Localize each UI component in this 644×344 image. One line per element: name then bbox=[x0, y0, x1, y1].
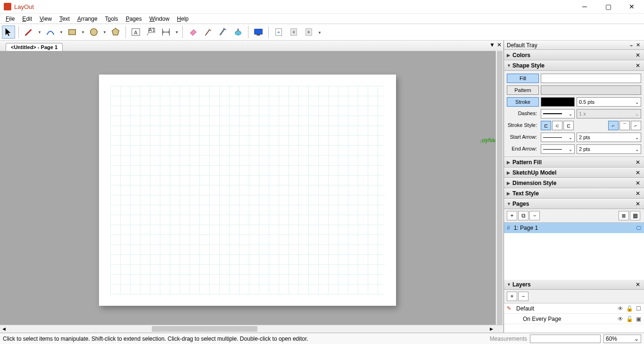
join-bevel-button[interactable]: ⌐ bbox=[631, 121, 641, 130]
dashes-select[interactable] bbox=[541, 109, 575, 118]
visibility-icon[interactable]: 👁 bbox=[618, 316, 623, 322]
add-page-button[interactable]: + bbox=[507, 211, 517, 220]
fill-color-swatch[interactable] bbox=[541, 74, 641, 83]
polygon-tool[interactable] bbox=[109, 25, 122, 39]
cap-round-button[interactable]: ⊂ bbox=[552, 121, 562, 130]
cap-flat-button[interactable]: ⊏ bbox=[541, 121, 551, 130]
canvas[interactable]: ⌂uyhaa-android19 bbox=[0, 51, 495, 325]
remove-layer-button[interactable]: − bbox=[518, 292, 528, 301]
panel-close-icon[interactable]: ✕ bbox=[635, 159, 641, 166]
panel-close-icon[interactable]: ✕ bbox=[635, 201, 641, 207]
line-tool-dropdown[interactable]: ▼ bbox=[37, 25, 42, 39]
eraser-tool[interactable] bbox=[186, 25, 199, 39]
start-arrow-size-select[interactable]: 2 pts bbox=[577, 133, 641, 142]
menu-arrange[interactable]: Arrange bbox=[74, 15, 101, 23]
menu-window[interactable]: Window bbox=[146, 15, 173, 23]
colors-panel-header[interactable]: ▶Colors✕ bbox=[504, 50, 644, 60]
menu-file[interactable]: File bbox=[2, 15, 18, 23]
join-tool[interactable] bbox=[231, 25, 245, 39]
sketchup-model-panel-header[interactable]: ▶SketchUp Model✕ bbox=[504, 168, 644, 178]
rectangle-tool[interactable] bbox=[66, 25, 79, 39]
split-tool[interactable] bbox=[216, 25, 230, 39]
shared-icon[interactable]: ☐ bbox=[636, 305, 641, 312]
label-tool[interactable]: A1 bbox=[144, 25, 157, 39]
layer-row[interactable]: On Every Page 👁 🔓 ▣ bbox=[504, 314, 644, 324]
menu-view[interactable]: View bbox=[36, 15, 56, 23]
arc-tool[interactable] bbox=[44, 25, 57, 39]
circle-tool-dropdown[interactable]: ▼ bbox=[102, 25, 107, 39]
layer-row[interactable]: ✎ Default 👁 🔓 ☐ bbox=[504, 303, 644, 314]
rectangle-tool-dropdown[interactable]: ▼ bbox=[81, 25, 85, 39]
stroke-toggle[interactable]: Stroke bbox=[507, 97, 539, 107]
line-tool[interactable] bbox=[22, 25, 35, 39]
dimension-tool-dropdown[interactable]: ▼ bbox=[174, 25, 179, 39]
prev-page-tool[interactable] bbox=[287, 25, 300, 39]
select-tool[interactable] bbox=[2, 25, 15, 39]
text-style-panel-header[interactable]: ▶Text Style✕ bbox=[504, 188, 644, 199]
join-round-button[interactable]: ⌒ bbox=[619, 121, 630, 130]
grid-view-button[interactable]: ▦ bbox=[630, 211, 640, 220]
list-view-button[interactable]: ≣ bbox=[619, 211, 629, 220]
end-arrow-select[interactable] bbox=[541, 144, 575, 154]
presentation-tool[interactable] bbox=[252, 25, 265, 39]
panel-close-icon[interactable]: ✕ bbox=[635, 190, 641, 197]
tab-dropdown-icon[interactable]: ▼ bbox=[489, 42, 495, 48]
horizontal-scrollbar[interactable]: ◀ ▶ bbox=[0, 325, 504, 333]
pin-icon[interactable]: ⫟ bbox=[628, 42, 635, 48]
svg-point-1 bbox=[91, 29, 98, 36]
remove-page-button[interactable]: − bbox=[529, 211, 540, 220]
vertical-scrollbar[interactable] bbox=[495, 51, 504, 325]
layers-panel-header[interactable]: ▼Layers✕ bbox=[504, 279, 644, 290]
main-toolbar: ▼ ▼ ▼ ▼ A A1 ▼ + ▼ bbox=[0, 24, 644, 41]
cap-square-button[interactable]: ⊏ bbox=[563, 121, 574, 130]
tab-close-icon[interactable]: ✕ bbox=[497, 42, 502, 48]
panel-close-icon[interactable]: ✕ bbox=[635, 180, 641, 186]
add-layer-button[interactable]: + bbox=[507, 292, 517, 301]
arc-tool-dropdown[interactable]: ▼ bbox=[59, 25, 64, 39]
panel-close-icon[interactable]: ✕ bbox=[635, 169, 641, 176]
dimension-tool[interactable] bbox=[159, 25, 173, 39]
style-tool[interactable] bbox=[201, 25, 215, 39]
join-miter-button[interactable]: ⌐ bbox=[608, 121, 619, 130]
stroke-width-select[interactable]: 0.5 pts bbox=[577, 97, 641, 107]
panel-close-icon[interactable]: ✕ bbox=[635, 281, 641, 288]
lock-icon[interactable]: 🔓 bbox=[626, 316, 633, 322]
pattern-fill-panel-header[interactable]: ▶Pattern Fill✕ bbox=[504, 157, 644, 168]
add-page-tool[interactable]: + bbox=[272, 25, 285, 39]
menu-tools[interactable]: Tools bbox=[101, 15, 122, 23]
fill-toggle[interactable]: Fill bbox=[507, 74, 539, 83]
next-page-tool[interactable] bbox=[302, 25, 315, 39]
page-list-item[interactable]: # 1: Page 1 🖵 bbox=[504, 223, 644, 233]
present-page-icon[interactable]: 🖵 bbox=[636, 225, 641, 231]
minimize-button[interactable]: ─ bbox=[578, 2, 591, 11]
lock-icon[interactable]: 🔓 bbox=[626, 305, 633, 312]
duplicate-page-button[interactable]: ⧉ bbox=[518, 211, 528, 220]
menu-help[interactable]: Help bbox=[173, 15, 192, 23]
tray-close-icon[interactable]: ✕ bbox=[635, 42, 641, 48]
circle-tool[interactable] bbox=[87, 25, 100, 39]
zoom-select[interactable]: 60% bbox=[603, 335, 641, 343]
shape-style-panel-header[interactable]: ▼Shape Style✕ bbox=[504, 60, 644, 71]
stroke-color-swatch[interactable] bbox=[541, 97, 575, 107]
pattern-swatch[interactable] bbox=[541, 85, 641, 95]
shared-icon[interactable]: ▣ bbox=[636, 316, 641, 322]
close-button[interactable]: ✕ bbox=[625, 2, 638, 11]
dimension-style-panel-header[interactable]: ▶Dimension Style✕ bbox=[504, 178, 644, 188]
menu-edit[interactable]: Edit bbox=[18, 15, 36, 23]
visibility-icon[interactable]: 👁 bbox=[618, 305, 623, 312]
page[interactable] bbox=[99, 75, 396, 306]
start-arrow-select[interactable] bbox=[541, 133, 575, 142]
pages-panel-header[interactable]: ▼Pages✕ bbox=[504, 199, 644, 209]
document-tab[interactable]: <Untitled> - Page 1 bbox=[6, 43, 63, 51]
panel-close-icon[interactable]: ✕ bbox=[635, 62, 641, 69]
measurements-input[interactable] bbox=[530, 335, 601, 343]
menu-pages[interactable]: Pages bbox=[122, 15, 146, 23]
panel-close-icon[interactable]: ✕ bbox=[635, 52, 641, 59]
maximize-button[interactable]: ▢ bbox=[602, 2, 615, 11]
pattern-toggle[interactable]: Pattern bbox=[507, 85, 539, 95]
text-tool[interactable]: A bbox=[129, 25, 142, 39]
dashes-scale-select[interactable]: 1 x bbox=[577, 109, 641, 118]
end-arrow-size-select[interactable]: 2 pts bbox=[577, 144, 641, 154]
toolbar-overflow[interactable]: ▼ bbox=[317, 26, 322, 39]
menu-text[interactable]: Text bbox=[56, 15, 74, 23]
